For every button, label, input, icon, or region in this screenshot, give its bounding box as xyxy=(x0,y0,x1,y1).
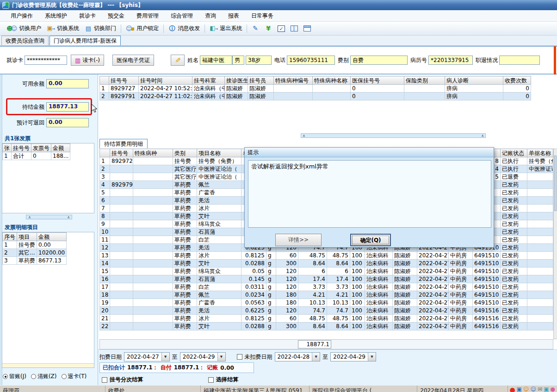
deduct-to-combo[interactable]: 2022-04-29 xyxy=(180,352,226,361)
column-header[interactable]: 医保挂号号 xyxy=(351,76,404,85)
column-header[interactable]: 项目 xyxy=(17,233,37,241)
tray-app-icon[interactable] xyxy=(517,386,522,392)
tray-monitor-icon[interactable] xyxy=(544,386,549,392)
table-row[interactable]: 1挂号费0.00 xyxy=(3,241,67,249)
column-header[interactable]: 特殊病种 xyxy=(133,149,173,157)
menu-fee-mgmt[interactable]: 费用管理 xyxy=(130,11,165,21)
invoice-detail-table[interactable]: 序号项目金额1挂号费0.002其它...10200.003草药费8677.13 xyxy=(2,232,67,265)
invoice-summary-table[interactable]: 张挂号号发票号金额1合计0188... xyxy=(2,143,70,160)
horizontal-splitter-handle[interactable] xyxy=(301,133,486,138)
name-field[interactable]: 福建中医 xyxy=(200,56,232,65)
table-row[interactable]: 14草药费艾叶0.0288g3008.648.64100治未病科陈淑娇2022-… xyxy=(100,260,553,268)
undeduct-checkbox[interactable] xyxy=(237,354,242,360)
menu-query[interactable]: 查询 xyxy=(199,11,222,21)
table-row[interactable]: 289297912022-04-27 11:02:44治未病科（中陈淑娇陈淑娇0… xyxy=(100,93,531,100)
tab-pending-charges[interactable]: 待结算费用明细 xyxy=(99,139,148,149)
fee-type-field[interactable]: 自费 xyxy=(350,56,408,65)
menu-system-maint[interactable]: 系统维护 xyxy=(39,11,73,21)
column-header[interactable]: 挂号时间 xyxy=(139,76,192,85)
column-header[interactable] xyxy=(100,76,109,85)
messages-button[interactable]: 消息收发 xyxy=(166,23,203,34)
column-header[interactable]: 记账状态 xyxy=(501,149,527,157)
column-header[interactable]: 特殊病种名称 xyxy=(313,76,351,85)
chevron-down-icon[interactable] xyxy=(368,353,376,361)
table-row[interactable]: 1合计0188... xyxy=(3,152,70,160)
table-row[interactable]: 2其它...10200.00 xyxy=(3,249,67,257)
column-header[interactable]: 接诊医生 xyxy=(225,76,248,85)
chevron-down-icon[interactable] xyxy=(217,353,225,361)
column-header[interactable]: 特殊病种编号 xyxy=(274,76,313,85)
tray-misc-icon[interactable] xyxy=(551,386,555,392)
table-row[interactable]: 20草药费羌活0.6225g12074.774.7100治未病科陈淑娇2022-… xyxy=(100,307,553,315)
table-row[interactable]: 17草药费白芷0.0311g1203.733.73100治未病科陈淑娇2022-… xyxy=(100,283,553,291)
column-header[interactable]: 挂号号 xyxy=(110,149,133,157)
tray-contact-icon[interactable] xyxy=(531,386,537,392)
column-header[interactable]: 发票号 xyxy=(31,144,51,152)
table-row[interactable]: 22草药费艾叶0.0288g3008.648.64100治未病科陈淑娇2022-… xyxy=(100,323,553,330)
column-header[interactable]: 序号 xyxy=(3,233,17,241)
radio-clear-account[interactable]: 清账(Z) xyxy=(31,373,57,380)
table-row[interactable]: 19草药费广藿香0.0563g18010.1310.13100治未病科陈淑娇20… xyxy=(100,299,553,307)
column-header[interactable]: 挂号号 xyxy=(109,76,139,85)
column-header[interactable]: 张 xyxy=(3,144,12,152)
tab-cashier-query[interactable]: 收费员综合查询 xyxy=(1,36,49,45)
card-number-field[interactable]: ************ xyxy=(25,56,67,65)
switch-dept-button[interactable]: 切换部门 xyxy=(82,23,119,34)
ehc-button[interactable]: 医保电子凭证 xyxy=(112,55,154,66)
column-header[interactable]: 挂号号 xyxy=(12,144,31,152)
read-card-button[interactable]: 读卡(-) xyxy=(71,55,104,66)
tray-user-icon[interactable] xyxy=(523,386,529,392)
table-row[interactable]: 16草药费石菖蒲0.145g12017.417.4100治未病科陈淑娇2022-… xyxy=(100,275,553,283)
column-header[interactable]: 病人诊断 xyxy=(445,76,503,85)
scrollbar-thumb[interactable] xyxy=(554,156,557,211)
column-header[interactable]: 单据名称 xyxy=(527,149,553,157)
detail-button[interactable]: 详情>> xyxy=(275,234,322,246)
undeduct-from-combo[interactable]: 2022-04-28 xyxy=(275,352,321,361)
column-header[interactable]: 挂号科室 xyxy=(192,76,225,85)
undeduct-to-combo[interactable]: 2022-04-29 xyxy=(330,352,376,361)
column-header[interactable]: 项目名称 xyxy=(197,149,241,157)
exit-system-button[interactable]: 退出系统 xyxy=(207,23,245,34)
mrn-field[interactable]: *2201337915 xyxy=(428,56,473,65)
age-field[interactable]: 38岁 xyxy=(246,56,272,65)
chevron-down-icon[interactable] xyxy=(312,353,320,361)
radio-return-card[interactable]: 退卡(T) xyxy=(62,373,87,380)
ok-button[interactable]: 确定(Q) xyxy=(350,234,391,246)
chevron-down-icon[interactable] xyxy=(161,353,169,361)
table-row[interactable]: 189297272022-04-27 10:52:14治未病科（中陈淑娇陈淑娇0… xyxy=(100,85,531,93)
dialog-title[interactable]: 提示 xyxy=(245,148,494,157)
column-header[interactable]: 收费次数 xyxy=(503,76,531,85)
column-header[interactable] xyxy=(100,149,110,157)
column-header[interactable]: 金额 xyxy=(51,144,70,152)
column-header[interactable]: 挂号员 xyxy=(248,76,274,85)
table-row[interactable]: 13草药费冰片0.8125g6048.7548.75100治未病科陈淑娇2022… xyxy=(100,252,553,260)
table-row[interactable]: 18草药费佩兰0.0234g1804.214.21100治未病科陈淑娇2022-… xyxy=(100,291,553,299)
menu-prepay[interactable]: 预交金 xyxy=(102,11,130,21)
panel-splitter-handle[interactable] xyxy=(26,215,72,219)
column-header[interactable]: 金额 xyxy=(37,233,67,241)
phone-field[interactable]: 15960735111 xyxy=(287,56,335,65)
table-row[interactable]: 3草药费8677.13 xyxy=(3,257,67,265)
menu-user-ops[interactable]: 用户操作 xyxy=(5,11,39,21)
radio-keep-account[interactable]: 留账(J) xyxy=(3,373,26,380)
table-row[interactable]: 21草药费冰片0.8125g6048.7548.75100治未病科陈淑娇2022… xyxy=(100,315,553,323)
select-settle-check[interactable]: 选择结算 xyxy=(208,376,238,384)
window-tool-button[interactable] xyxy=(301,24,314,33)
fee-tool-button[interactable] xyxy=(262,24,275,33)
edit-tool-button[interactable] xyxy=(249,24,262,33)
split-settle-check[interactable]: 挂号分次结算 xyxy=(102,376,143,384)
tab-outpatient-settlement[interactable]: 门诊病人费用结算-新医保 xyxy=(50,36,121,45)
menu-reports[interactable]: 报表 xyxy=(222,11,245,21)
lock-user-button[interactable]: 用户锁定 xyxy=(123,23,161,34)
menu-综合-mgmt[interactable]: 综合管理 xyxy=(165,11,199,21)
switch-user-button[interactable]: 切换用户 xyxy=(4,23,44,34)
clear-button[interactable] xyxy=(171,55,185,66)
column-header[interactable]: 保险类别 xyxy=(404,76,445,85)
table-row[interactable]: 15草药费绵马贯众0.05g12066100治未病科陈淑娇2022-04-27中… xyxy=(100,268,553,275)
registrations-table[interactable]: 挂号号挂号时间挂号科室接诊医生挂号员特殊病种编号特殊病种名称医保挂号号保险类别病… xyxy=(99,76,531,100)
gender-field[interactable]: 男 xyxy=(232,56,244,65)
charges-scrollbar[interactable] xyxy=(553,149,557,339)
panes-tool-button[interactable] xyxy=(288,24,301,33)
check-tool-button[interactable] xyxy=(275,24,288,33)
retire-field[interactable] xyxy=(499,56,540,65)
